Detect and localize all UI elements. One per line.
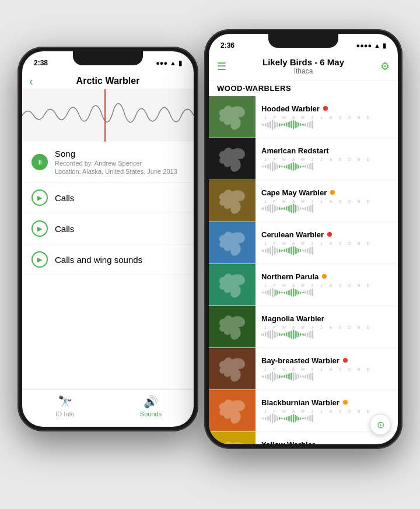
mini-bar bbox=[277, 290, 278, 294]
bird-item[interactable]: Bay-breasted WarblerJFMAMJJASOND bbox=[209, 348, 398, 390]
filter-icon[interactable]: ⚙ bbox=[380, 60, 390, 73]
mini-bar bbox=[300, 333, 301, 336]
song-item[interactable]: ⏸ Song Recorded by: Andrew Spencer Locat… bbox=[22, 142, 194, 182]
mini-bar bbox=[284, 207, 285, 210]
mini-bar bbox=[265, 165, 266, 168]
bird-name: Hooded Warbler bbox=[261, 104, 320, 113]
mini-bar bbox=[275, 206, 276, 211]
menu-icon[interactable]: ☰ bbox=[217, 60, 226, 73]
calls2-item[interactable]: ▶ Calls bbox=[22, 213, 194, 244]
mini-bar bbox=[289, 164, 290, 170]
month-label: N bbox=[355, 283, 363, 287]
front-wifi-icon: ▲ bbox=[374, 42, 380, 49]
mini-bar bbox=[289, 331, 290, 338]
mini-bar bbox=[305, 165, 306, 168]
mini-bar bbox=[282, 292, 284, 293]
mini-bar bbox=[270, 330, 271, 339]
calls2-play-btn[interactable]: ▶ bbox=[32, 220, 48, 237]
month-label: O bbox=[345, 367, 354, 371]
mini-bar bbox=[295, 415, 296, 422]
mini-bar bbox=[305, 375, 306, 378]
mini-bar bbox=[309, 122, 310, 128]
song-title: Song bbox=[55, 149, 184, 159]
month-label: A bbox=[289, 241, 298, 245]
mini-bar bbox=[284, 249, 285, 252]
bird-item[interactable]: American RedstartJFMAMJJASOND bbox=[209, 138, 398, 180]
month-label: J bbox=[261, 199, 270, 203]
tab-sounds[interactable]: 🔊 Sounds bbox=[108, 395, 194, 417]
mini-bar bbox=[281, 124, 282, 126]
bird-item[interactable]: Yellow WarblerJFMAMJJASOND bbox=[209, 432, 398, 444]
bird-name-row: Bay-breasted Warbler bbox=[261, 356, 392, 365]
month-label: D bbox=[364, 283, 372, 287]
bird-name-row: Cerulean Warbler bbox=[261, 230, 392, 239]
mini-bar bbox=[261, 334, 262, 336]
mini-bar bbox=[298, 291, 299, 294]
calls1-item[interactable]: ▶ Calls bbox=[22, 182, 194, 213]
waveform-svg bbox=[22, 89, 194, 142]
mini-bar bbox=[272, 288, 273, 297]
bird-info: Cape May WarblerJFMAMJJASOND bbox=[256, 180, 398, 222]
tab-sounds-label: Sounds bbox=[140, 410, 162, 417]
bird-item[interactable]: Northern ParulaJFMAMJJASOND bbox=[209, 264, 398, 306]
mini-bar bbox=[261, 166, 262, 167]
tab-id-info[interactable]: 🔭 ID Info bbox=[22, 395, 108, 417]
wing-sounds-item[interactable]: ▶ Calls and wing sounds bbox=[22, 244, 194, 275]
mini-bar bbox=[274, 121, 275, 129]
month-label: J bbox=[317, 325, 326, 329]
mini-bar bbox=[282, 124, 284, 125]
mini-bar bbox=[307, 374, 308, 379]
mini-bar bbox=[279, 291, 280, 294]
mini-bar bbox=[303, 166, 304, 167]
mini-bar bbox=[284, 166, 285, 168]
mini-bar bbox=[265, 417, 266, 420]
scene: 2:38 ●●● ▲ ▮ ‹ Arctic Warbler bbox=[0, 0, 420, 509]
mini-bar bbox=[298, 165, 299, 169]
mini-bar bbox=[302, 208, 303, 209]
front-status-right: ●●●● ▲ ▮ bbox=[356, 42, 386, 50]
month-label: M bbox=[280, 409, 288, 413]
mini-bar bbox=[307, 206, 308, 211]
front-screen: 2:36 ●●●● ▲ ▮ ☰ Likely Birds - 6 May Ith… bbox=[209, 34, 398, 444]
bird-name-row: Cape May Warbler bbox=[261, 188, 392, 197]
month-label: A bbox=[327, 409, 335, 413]
bird-item[interactable]: Hooded WarblerJFMAMJJASOND bbox=[209, 96, 398, 138]
waveform-area[interactable] bbox=[22, 89, 194, 142]
mini-bar bbox=[300, 292, 301, 294]
months-bar: JFMAMJJASOND bbox=[261, 367, 392, 371]
mini-bar bbox=[310, 163, 312, 170]
month-label: F bbox=[271, 409, 279, 413]
back-button[interactable]: ‹ bbox=[29, 75, 33, 88]
month-label: M bbox=[280, 157, 288, 162]
mini-bar bbox=[279, 123, 280, 127]
mini-bar bbox=[277, 332, 278, 336]
mini-bar bbox=[305, 123, 306, 127]
bird-item[interactable]: Cerulean WarblerJFMAMJJASOND bbox=[209, 222, 398, 264]
mini-bar bbox=[288, 164, 289, 169]
song-play-btn[interactable]: ⏸ bbox=[32, 154, 48, 170]
mini-bar bbox=[265, 206, 266, 210]
mini-bar bbox=[268, 248, 270, 254]
bird-item[interactable]: Cape May WarblerJFMAMJJASOND bbox=[209, 180, 398, 222]
bird-name-row: Blackburnian Warbler bbox=[261, 398, 392, 407]
mini-bar bbox=[272, 329, 273, 339]
mini-bar bbox=[286, 248, 287, 252]
bird-item[interactable]: Magnolia WarblerJFMAMJJASOND bbox=[209, 306, 398, 348]
calls1-play-btn[interactable]: ▶ bbox=[32, 189, 48, 206]
month-label: J bbox=[317, 241, 326, 245]
location-button[interactable]: ⊙ bbox=[370, 414, 391, 435]
mini-bar bbox=[281, 375, 282, 378]
mini-bar bbox=[296, 205, 298, 212]
month-label: M bbox=[299, 199, 307, 203]
month-label: A bbox=[289, 199, 298, 203]
bird-info: Magnolia WarblerJFMAMJJASOND bbox=[256, 306, 398, 347]
mini-bar bbox=[274, 205, 275, 212]
mini-bar bbox=[291, 331, 292, 339]
month-label: O bbox=[345, 115, 354, 120]
mini-bars bbox=[261, 287, 392, 298]
mini-bar bbox=[282, 375, 284, 377]
wing-sounds-play-btn[interactable]: ▶ bbox=[32, 251, 48, 268]
mini-bar bbox=[275, 122, 276, 128]
month-label: F bbox=[271, 241, 279, 245]
id-info-icon: 🔭 bbox=[58, 395, 72, 409]
